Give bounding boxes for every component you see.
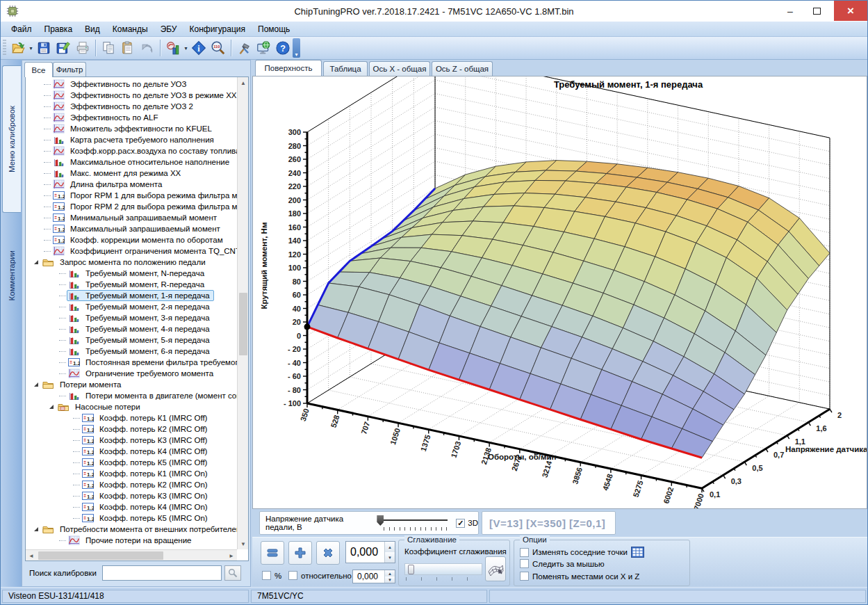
menu-item-5[interactable]: ЭБУ — [154, 22, 183, 36]
smooth-surface-button[interactable] — [485, 556, 506, 581]
expanded-arrow-icon[interactable] — [34, 527, 38, 531]
tree-item[interactable]: Требуемый момент, 4-я передача — [26, 323, 237, 334]
hscroll-thumb[interactable] — [38, 551, 163, 560]
info-button[interactable]: i — [189, 38, 208, 58]
spinner-arrows[interactable]: ▲▼ — [384, 570, 395, 583]
dropdown-caret-icon[interactable]: ▾ — [183, 38, 189, 58]
print-button[interactable] — [73, 38, 92, 58]
menu-item-3[interactable]: Вид — [79, 22, 106, 36]
tree-item[interactable]: Прочие потери на вращение — [26, 535, 237, 546]
tree-item[interactable]: 1.2Порог RPM 2 для выбора режима фильтра… — [26, 201, 237, 212]
tree-tab-filter[interactable]: Фильтр — [53, 62, 86, 76]
tree-folder[interactable]: Запрос момента по положению педали — [26, 257, 237, 268]
grid-icon[interactable] — [631, 547, 644, 558]
zoom-percent-button[interactable]: 110 — [208, 38, 228, 58]
value-spinner[interactable]: 0,000 ▲▼ — [345, 541, 395, 563]
relative-checkbox[interactable] — [288, 571, 297, 580]
side-tab-calibrations[interactable]: Меню калибровок — [2, 65, 21, 213]
tree-item[interactable]: Эффективность по дельте УОЗ — [26, 79, 237, 90]
tree-vscrollbar[interactable]: ▲ ▼ — [237, 77, 248, 549]
tree-item[interactable]: Коэффициент ограничения момента TQ_CNTRL — [26, 245, 237, 257]
slider-thumb[interactable] — [377, 515, 384, 526]
tree-tab-all[interactable]: Все — [24, 62, 53, 77]
tree-item[interactable]: Эффективность по дельте УОЗ 2 — [26, 101, 237, 112]
tree-item[interactable]: 1.2Коэфф. потерь К3 (IMRC Off) — [26, 435, 237, 446]
undo-button[interactable] — [138, 38, 157, 58]
dropdown-caret-icon[interactable]: ▾ — [28, 38, 34, 58]
search-button[interactable] — [224, 565, 241, 581]
tree-item[interactable]: 1.2Коэфф. потерь К1 (IMRC On) — [26, 468, 237, 479]
menu-item-1[interactable]: Файл — [5, 22, 38, 36]
expanded-arrow-icon[interactable] — [49, 405, 54, 409]
tree-item[interactable]: Длина фильтра момента — [26, 179, 237, 190]
smoothing-thumb[interactable] — [408, 565, 414, 574]
search-input[interactable] — [102, 565, 222, 581]
adjacent-points-checkbox[interactable] — [520, 548, 529, 557]
tree-folder[interactable]: Насосные потери — [26, 401, 237, 412]
open-file-button[interactable] — [8, 38, 28, 58]
smoothing-slider[interactable] — [404, 563, 482, 575]
save-as-button[interactable] — [54, 38, 73, 58]
tree-item[interactable]: 1.2Коэфф. потерь К5 (IMRC On) — [26, 513, 237, 524]
tree-item[interactable]: Макс. момент для режима ХХ — [26, 168, 237, 179]
tree-item[interactable]: Требуемый момент, 1-я передача — [26, 290, 237, 301]
add-value-button[interactable] — [288, 541, 312, 565]
z-value-slider[interactable] — [375, 514, 449, 532]
tree-item[interactable]: Множитель эффективности по KFUEL — [26, 123, 237, 134]
scroll-up-icon[interactable]: ▲ — [238, 77, 249, 88]
tree-item[interactable]: 1.2Постоянная времени фильтра требуемого… — [26, 357, 237, 368]
tree-item[interactable]: 1.2Коэфф. потерь К2 (IMRC Off) — [26, 424, 237, 435]
tab-axis-z[interactable]: Ось Z - общая — [432, 61, 493, 76]
tree-item[interactable]: 1.2Минимальный запрашиваемый момент — [26, 212, 237, 223]
tree-item[interactable]: Требуемый момент, R-передача — [26, 279, 237, 290]
close-button[interactable]: × — [834, 1, 867, 21]
copy-button[interactable] — [99, 38, 118, 58]
surface-chart[interactable]: - 100- 80- 60- 40- 200204060801001201401… — [252, 76, 867, 509]
menu-item-7[interactable]: Помощь — [252, 22, 296, 36]
menu-item-2[interactable]: Правка — [38, 22, 79, 36]
minimize-button[interactable]: – — [778, 1, 802, 21]
help-button[interactable]: ? — [273, 38, 293, 58]
tree-item[interactable]: 1.2Коэфф. потерь К5 (IMRC Off) — [26, 457, 237, 468]
scroll-right-icon[interactable]: ► — [226, 550, 237, 561]
tree-item[interactable]: Эффективность по дельте УОЗ в режиме ХХ — [26, 90, 237, 101]
paste-button[interactable] — [118, 38, 138, 58]
tree-item[interactable]: 1.2Коэфф. потерь К2 (IMRC On) — [26, 479, 237, 490]
tree-item[interactable]: 1.2Коэфф. коррекции момента по оборотам — [26, 234, 237, 245]
checkbox-3d[interactable]: ✓ — [456, 519, 465, 528]
tree-item[interactable]: Максимальное относительное наполнение — [26, 156, 237, 168]
side-tab-comments[interactable]: Комментарии — [2, 237, 21, 314]
spinner-arrows[interactable]: ▲▼ — [384, 542, 395, 563]
menu-item-6[interactable]: Конфигурация — [183, 22, 252, 36]
toolbar-grip[interactable] — [3, 40, 6, 56]
multiply-button[interactable] — [316, 541, 340, 565]
tree-item[interactable]: Требуемый момент, 2-я передача — [26, 301, 237, 312]
save-button[interactable] — [34, 38, 54, 58]
chart-view-button[interactable] — [163, 38, 183, 58]
follow-mouse-checkbox[interactable] — [520, 559, 529, 568]
menu-item-4[interactable]: Команды — [106, 22, 154, 36]
slider-track[interactable] — [382, 519, 448, 521]
tree-folder[interactable]: Потребности момента от внешних потребите… — [26, 524, 237, 535]
tree-item[interactable]: Потери момента в двигателе (момент сопро… — [26, 390, 237, 401]
tree-item[interactable]: 1.2Порог RPM 1 для выбора режима фильтра… — [26, 190, 237, 201]
vscroll-thumb[interactable] — [239, 293, 247, 355]
tab-table[interactable]: Таблица — [323, 61, 368, 76]
tree-item[interactable]: Требуемый момент, N-передача — [26, 268, 237, 279]
tab-axis-x[interactable]: Ось X - общая — [369, 61, 430, 76]
tree-item[interactable]: 1.2Коэфф. потерь К4 (IMRC Off) — [26, 446, 237, 457]
percent-checkbox[interactable] — [262, 571, 271, 580]
scroll-down-icon[interactable]: ▼ — [238, 538, 249, 549]
web-monitor-button[interactable] — [254, 38, 273, 58]
tree-item[interactable]: 1.2Коэфф. потерь К3 (IMRC On) — [26, 490, 237, 501]
tree-item[interactable]: 1.2Коэфф. потерь К4 (IMRC On) — [26, 501, 237, 513]
tree-item[interactable]: Эффективность по ALF — [26, 112, 237, 123]
tools-button[interactable] — [234, 38, 254, 58]
tree-item[interactable]: Карта расчета требуемого наполнения — [26, 134, 237, 145]
swap-axes-checkbox[interactable] — [520, 572, 529, 581]
expanded-arrow-icon[interactable] — [34, 260, 38, 264]
maximize-button[interactable] — [805, 1, 828, 21]
tree-item[interactable]: Требуемый момент, 5-я передача — [26, 334, 237, 346]
tree-item[interactable]: 1.2Максимальный запрашиваемый момент — [26, 223, 237, 234]
set-equal-button[interactable] — [261, 541, 284, 565]
